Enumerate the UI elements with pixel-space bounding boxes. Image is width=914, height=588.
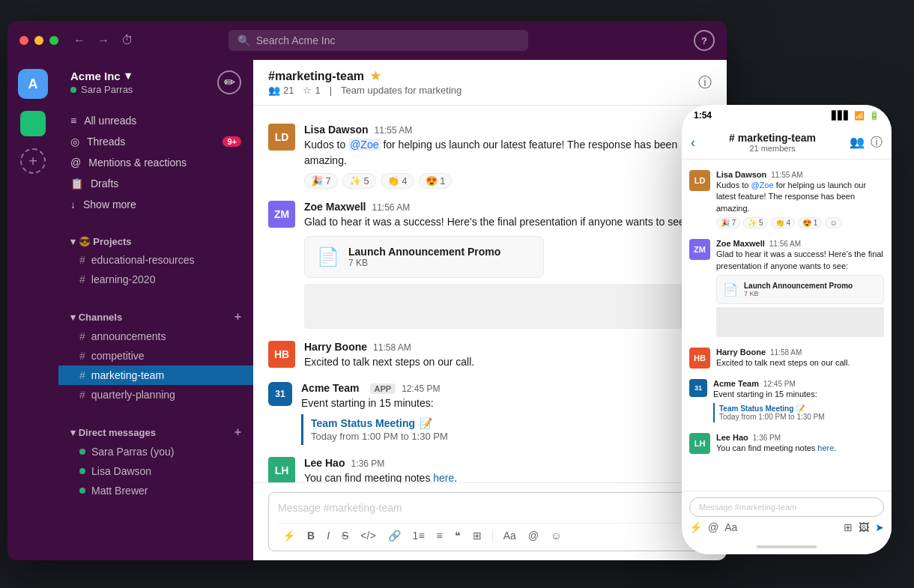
app-body: A + Acme Inc ▾ Sara Parras ✏	[7, 60, 727, 560]
fullscreen-button[interactable]	[49, 36, 58, 45]
reaction[interactable]: 🎉 7	[716, 217, 740, 228]
mobile-send-button[interactable]: ➤	[875, 521, 884, 533]
ordered-list-button[interactable]: 1≡	[408, 527, 429, 545]
channel-info-button[interactable]: ⓘ	[698, 73, 712, 91]
code-button[interactable]: </>	[356, 527, 380, 545]
mobile-mention-button[interactable]: @	[708, 521, 718, 533]
meeting-title[interactable]: Team Status Meeting 📝	[311, 417, 704, 429]
mention-zoe[interactable]: @Zoe	[348, 139, 380, 151]
reaction[interactable]: 😍 1	[798, 217, 822, 228]
add-channel-button[interactable]: +	[234, 310, 241, 324]
mobile-notes-link[interactable]: here	[817, 443, 834, 452]
online-indicator	[79, 449, 85, 455]
channel-name: #marketing-team	[268, 70, 364, 83]
meeting-notes-link[interactable]: here	[433, 472, 454, 482]
workspace-icon-secondary[interactable]	[20, 111, 46, 136]
compose-button[interactable]: ✏	[217, 70, 241, 94]
channel-marketing-team[interactable]: # marketing-team	[58, 366, 253, 385]
help-button[interactable]: ?	[694, 30, 715, 51]
msg-text: Excited to talk next steps on our call.	[304, 354, 712, 370]
channel-quarterly-planning[interactable]: # quarterly-planning	[58, 385, 253, 404]
list-item: LD Lisa Dawson 11:55 AM Kudos to @Zoe fo…	[689, 166, 884, 233]
msg-content: Lisa Dawson 11:55 AM Kudos to @Zoe for h…	[304, 124, 712, 189]
dm-lisa-dawson[interactable]: Lisa Dawson	[58, 461, 253, 481]
strikethrough-button[interactable]: S	[337, 527, 353, 545]
user-status: Sara Parras	[70, 84, 133, 95]
channels-header[interactable]: ▾ Channels +	[58, 307, 253, 327]
channel-learning-2020[interactable]: # learning-2020	[58, 270, 253, 289]
msg-content: Acme Team 12:45 PM Event starting in 15 …	[713, 379, 884, 422]
emoji-button[interactable]: ☺	[546, 527, 566, 545]
workspace-icon-primary[interactable]: A	[18, 69, 48, 99]
sidebar-item-show-more[interactable]: ↓ Show more	[58, 194, 253, 215]
mobile-attachment-button[interactable]: ⚡	[689, 521, 702, 533]
history-button[interactable]: ⏱	[118, 31, 136, 50]
bold-button[interactable]: B	[303, 527, 319, 545]
link-button[interactable]: 🔗	[384, 527, 405, 545]
channel-educational-resources[interactable]: # educational-resources	[58, 250, 253, 270]
mobile-font-button[interactable]: Aa	[724, 521, 737, 533]
add-dm-button[interactable]: +	[234, 425, 241, 439]
sidebar-item-drafts[interactable]: 📋 Drafts	[58, 173, 253, 194]
sidebar-item-threads[interactable]: ◎ Threads 9+	[58, 131, 253, 152]
meeting-title[interactable]: Team Status Meeting 📝	[719, 404, 880, 413]
msg-time: 11:55 AM	[771, 171, 802, 179]
meta-separator: |	[330, 85, 332, 96]
dm-matt-brewer[interactable]: Matt Brewer	[58, 481, 253, 500]
file-attachment[interactable]: 📄 Launch Announcement Promo 7 KB	[304, 236, 544, 278]
message-input[interactable]: Message #marketing-team	[278, 499, 702, 520]
msg-header: Zoe Maxwell 11:56 AM	[716, 239, 884, 248]
msg-content: Acme Team APP 12:45 PM Event starting in…	[301, 382, 712, 445]
dm-header[interactable]: ▾ Direct messages +	[58, 422, 253, 442]
dm-sara-parras[interactable]: Sara Parras (you)	[58, 442, 253, 461]
mobile-home-indicator	[682, 539, 892, 554]
sidebar-nav: ≡ All unreads ◎ Threads 9+ @ Mentions & …	[58, 104, 253, 221]
blockquote-button[interactable]: ❝	[450, 527, 465, 545]
channel-label: announcements	[91, 330, 166, 342]
table-row: LD Lisa Dawson 11:55 AM Kudos to @Zoe fo…	[268, 118, 712, 195]
reaction[interactable]: ✨ 5	[743, 217, 767, 228]
msg-time: 11:56 AM	[769, 240, 801, 248]
attachment-button[interactable]: ⚡	[278, 527, 300, 545]
mention-button[interactable]: @	[524, 527, 543, 545]
mentions-label: Mentions & reactions	[88, 157, 187, 169]
back-button[interactable]: ←	[70, 31, 88, 50]
add-workspace-button[interactable]: +	[20, 148, 46, 174]
msg-header: Acme Team APP 12:45 PM	[301, 382, 712, 394]
forward-button[interactable]: →	[94, 31, 112, 50]
reaction-sparkles[interactable]: ✨ 5	[342, 173, 376, 189]
reaction-add[interactable]: ☺	[825, 217, 841, 228]
channel-star[interactable]: ★	[370, 69, 381, 83]
close-button[interactable]	[19, 36, 28, 45]
msg-time: 12:45 PM	[402, 384, 440, 394]
channel-label: learning-2020	[91, 273, 156, 285]
channel-announcements[interactable]: # announcements	[58, 327, 253, 346]
msg-text: Glad to hear it was a success! Here's th…	[716, 249, 884, 272]
projects-header[interactable]: ▾ 😎 Projects	[58, 233, 253, 250]
reaction-clap[interactable]: 👏 4	[381, 173, 414, 189]
sidebar-item-all-unreads[interactable]: ≡ All unreads	[58, 110, 253, 131]
mobile-media-button-1[interactable]: ⊞	[844, 521, 853, 533]
reaction-party[interactable]: 🎉 7	[304, 173, 338, 189]
italic-button[interactable]: I	[322, 527, 334, 545]
more-formatting-button[interactable]: ⊞	[468, 527, 486, 545]
sidebar-item-mentions[interactable]: @ Mentions & reactions	[58, 152, 253, 173]
file-attachment[interactable]: 📄 Launch Announcement Promo 7 KB	[716, 275, 884, 304]
search-bar[interactable]: 🔍 Search Acme Inc	[228, 30, 528, 51]
mobile-back-button[interactable]: ‹	[691, 135, 695, 151]
minimize-button[interactable]	[34, 36, 43, 45]
mobile-members-icon[interactable]: 👥	[850, 135, 865, 151]
search-icon: 🔍	[237, 34, 250, 46]
unordered-list-button[interactable]: ≡	[432, 527, 447, 545]
mobile-media-button-2[interactable]: 🖼	[859, 521, 869, 533]
icon-rail: A +	[7, 60, 58, 560]
avatar: ZM	[689, 239, 710, 260]
mobile-info-icon[interactable]: ⓘ	[871, 135, 883, 151]
msg-header: Lee Hao 1:36 PM	[716, 433, 884, 442]
reaction[interactable]: 👏 4	[771, 217, 795, 228]
font-size-button[interactable]: Aa	[499, 527, 521, 545]
channel-competitive[interactable]: # competitive	[58, 346, 253, 366]
workspace-name[interactable]: Acme Inc ▾	[70, 69, 133, 82]
mobile-message-input[interactable]: Message #marketing-team	[689, 497, 884, 517]
reaction-heart-eyes[interactable]: 😍 1	[419, 173, 453, 189]
